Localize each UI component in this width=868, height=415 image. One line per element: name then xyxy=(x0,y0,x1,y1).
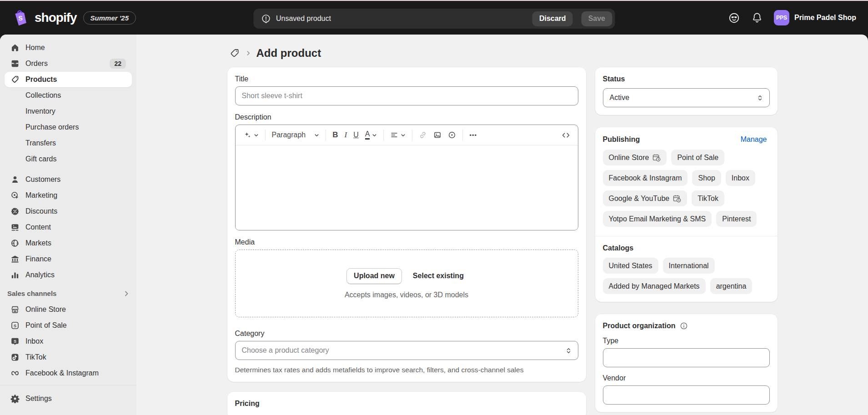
shopify-brand: S shopify Summer '25 xyxy=(12,9,136,26)
title-input[interactable] xyxy=(235,86,578,105)
paragraph-style-dropdown[interactable]: Paragraph xyxy=(269,128,323,142)
publishing-card: Publishing Manage Online Store xyxy=(595,127,778,302)
insert-image-button[interactable] xyxy=(430,128,445,142)
description-editor: Paragraph B I U A xyxy=(235,125,578,230)
notifications-bell-icon[interactable] xyxy=(751,12,763,24)
channel-label: Shop xyxy=(698,174,715,182)
sidebar-item-label: TikTok xyxy=(25,353,46,361)
more-options-button[interactable]: ••• xyxy=(466,129,480,141)
sidebar-item-discounts[interactable]: Discounts xyxy=(5,204,132,219)
italic-button[interactable]: I xyxy=(341,128,351,142)
unsaved-status-label: Unsaved product xyxy=(276,15,331,23)
sidebar-item-online-store[interactable]: Online Store xyxy=(5,302,132,317)
ai-magic-button[interactable] xyxy=(240,128,262,142)
chevron-right-icon xyxy=(123,290,130,297)
scheduled-calendar-clock-icon xyxy=(652,153,661,162)
bold-button[interactable]: B xyxy=(329,128,341,142)
home-icon xyxy=(10,43,20,52)
type-input[interactable] xyxy=(603,348,770,367)
sales-channels-header[interactable]: Sales channels xyxy=(5,283,132,302)
sidebar-item-markets[interactable]: $ Markets xyxy=(5,235,132,251)
vendor-input[interactable] xyxy=(603,385,770,405)
publishing-channel-pill: Facebook & Instagram xyxy=(603,170,688,186)
sidebar-item-point-of-sale[interactable]: S Point of Sale xyxy=(5,318,132,333)
sidebar-item-orders[interactable]: Orders 22 xyxy=(5,56,132,71)
publishing-channel-pill: Inbox xyxy=(726,170,755,186)
sidebar-item-tiktok[interactable]: TikTok xyxy=(5,350,132,365)
sidebar-item-finance[interactable]: Finance xyxy=(5,251,132,267)
edition-badge[interactable]: Summer '25 xyxy=(83,11,136,25)
catalog-pill: argentina xyxy=(710,278,753,294)
customers-icon xyxy=(10,175,20,184)
unsaved-changes-bar: Unsaved product Discard Save xyxy=(253,9,615,29)
channel-label: Yotpo Email Marketing & SMS xyxy=(609,215,706,223)
sidebar-item-settings[interactable]: Settings xyxy=(5,391,132,406)
category-select[interactable]: Choose a product category xyxy=(235,341,578,360)
sidebar-item-label: Facebook & Instagram xyxy=(25,369,99,377)
channel-label: Pinterest xyxy=(722,215,751,223)
pricing-card: Pricing xyxy=(227,392,586,415)
sidebar-item-products[interactable]: Products xyxy=(5,72,132,87)
topbar-right: PPS Prime Padel Shop xyxy=(728,10,856,25)
channel-label: Online Store xyxy=(609,154,649,162)
status-heading: Status xyxy=(603,75,770,83)
select-existing-button[interactable]: Select existing xyxy=(410,271,467,280)
category-placeholder: Choose a product category xyxy=(242,346,329,355)
sidebar-item-label: Products xyxy=(25,75,57,84)
status-select[interactable]: Active xyxy=(603,88,770,107)
sidebar-item-label: Inventory xyxy=(25,107,55,115)
discounts-icon xyxy=(10,207,20,216)
publishing-channel-pill: Google & YouTube xyxy=(603,190,687,206)
discard-button[interactable]: Discard xyxy=(532,11,573,26)
breadcrumb: Add product xyxy=(227,45,778,62)
point-of-sale-icon: S xyxy=(10,321,20,330)
sidebar-item-label: Orders xyxy=(25,60,48,68)
underline-button[interactable]: U xyxy=(350,128,362,142)
upload-new-button[interactable]: Upload new xyxy=(346,268,402,284)
breadcrumb-chevron-icon xyxy=(245,50,251,56)
svg-text:$: $ xyxy=(16,241,19,245)
page-title: Add product xyxy=(256,47,321,60)
sidebar-item-label: Discounts xyxy=(25,207,57,215)
sidebar-item-marketing[interactable]: Marketing xyxy=(5,188,132,203)
sidekick-assistant-icon[interactable] xyxy=(728,12,740,24)
publishing-channel-list: Online Store Point of Sale Facebook & In… xyxy=(603,150,770,227)
publishing-channel-pill: Point of Sale xyxy=(671,150,724,165)
store-avatar: PPS xyxy=(774,10,789,25)
info-icon[interactable] xyxy=(680,322,688,330)
alignment-button[interactable] xyxy=(387,128,409,142)
sidebar-item-label: Online Store xyxy=(25,305,66,314)
description-textarea[interactable] xyxy=(236,145,578,230)
sidebar-item-label: Purchase orders xyxy=(25,123,79,131)
updown-chevrons-icon xyxy=(565,347,572,355)
manage-publishing-link[interactable]: Manage xyxy=(738,135,770,144)
link-button[interactable] xyxy=(416,128,430,142)
sidebar-item-content[interactable]: Content xyxy=(5,220,132,235)
sidebar-item-inbox[interactable]: S Inbox xyxy=(5,334,132,349)
topbar: S shopify Summer '25 Unsaved product Dis… xyxy=(0,1,868,35)
sidebar-item-collections[interactable]: Collections xyxy=(5,88,132,103)
product-details-card: Title Description xyxy=(227,67,586,382)
sidebar-item-facebook-instagram[interactable]: Facebook & Instagram xyxy=(5,365,132,381)
sidebar-item-customers[interactable]: Customers xyxy=(5,172,132,187)
vendor-label: Vendor xyxy=(603,374,770,382)
sidebar-item-inventory[interactable]: Inventory xyxy=(5,104,132,119)
sidebar-item-transfers[interactable]: Transfers xyxy=(5,135,132,151)
media-dropzone[interactable]: Upload new Select existing Accepts image… xyxy=(235,250,578,317)
media-label: Media xyxy=(235,238,578,246)
pricing-heading: Pricing xyxy=(235,400,260,407)
sidebar-item-label: Customers xyxy=(25,175,60,184)
catalog-pill: International xyxy=(663,258,715,274)
show-html-button[interactable] xyxy=(558,128,573,142)
text-color-button[interactable]: A xyxy=(362,128,381,142)
sidebar-item-home[interactable]: Home xyxy=(5,40,132,55)
insert-video-button[interactable] xyxy=(445,128,459,142)
sidebar-item-gift-cards[interactable]: Gift cards xyxy=(5,151,132,167)
category-label: Category xyxy=(235,330,578,338)
orders-icon xyxy=(10,59,20,68)
sidebar-item-analytics[interactable]: Analytics xyxy=(5,267,132,283)
save-button[interactable]: Save xyxy=(582,11,612,26)
store-menu[interactable]: PPS Prime Padel Shop xyxy=(774,10,856,25)
sidebar-item-purchase-orders[interactable]: Purchase orders xyxy=(5,120,132,135)
catalogs-list: United States International Added by Man… xyxy=(603,258,770,294)
